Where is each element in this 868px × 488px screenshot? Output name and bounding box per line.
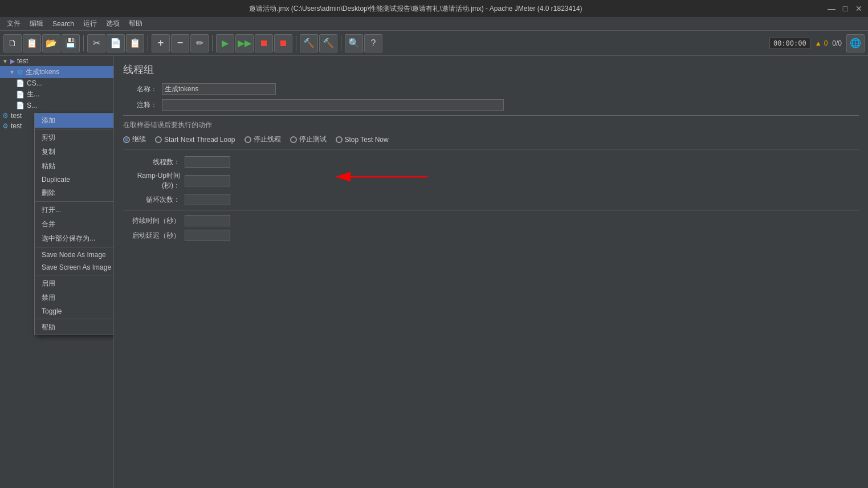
thread-properties: 线程数： Ramp-Up时间(秒)： 循环次数： <box>123 156 859 205</box>
context-menu-label: Save Screen As Image <box>42 263 111 271</box>
context-menu-item-savescreen[interactable]: Save Screen As ImageCtrl+Shift-G <box>35 261 114 274</box>
tree-label-cs: CS... <box>27 79 42 87</box>
context-menu-label: 添加 <box>42 116 55 125</box>
divider-1 <box>123 115 859 116</box>
context-menu-label: Toggle <box>42 307 62 315</box>
context-menu-separator <box>35 129 114 129</box>
context-menu-label: 粘贴 <box>42 161 55 171</box>
context-menu-item-enable[interactable]: 启用 <box>35 276 114 291</box>
context-menu-label: 剪切 <box>42 133 55 143</box>
new-button[interactable]: 🗋 <box>3 34 22 52</box>
context-menu-label: 删除 <box>42 188 55 198</box>
radio-option[interactable]: Stop Test Now <box>336 136 389 144</box>
save-button[interactable]: 💾 <box>62 34 80 52</box>
startup-delay-input[interactable] <box>185 230 230 241</box>
minimize-button[interactable]: — <box>827 4 836 13</box>
tree-item-cs[interactable]: 📄 CS... <box>0 78 113 88</box>
radio-label: Stop Test Now <box>345 136 389 144</box>
ramp-up-label: Ramp-Up时间(秒)： <box>123 171 180 190</box>
remove-button[interactable]: − <box>171 34 189 52</box>
open-button[interactable]: 📂 <box>42 34 60 52</box>
error-counter: 0/0 <box>832 39 842 47</box>
context-menu-item-duplicate[interactable]: DuplicateCtrl+Shift-C <box>35 173 114 186</box>
menu-item-选项[interactable]: 选项 <box>101 18 124 30</box>
duration-input[interactable] <box>185 215 230 226</box>
cut-button[interactable]: ✂ <box>87 34 105 52</box>
toolbar-separator-1 <box>83 35 84 51</box>
panel-title: 线程组 <box>123 63 859 76</box>
radio-option[interactable]: 继续 <box>123 135 146 144</box>
radio-group-error: 继续Start Next Thread Loop停止线程停止测试Stop Tes… <box>123 135 859 144</box>
paste-button[interactable]: 📋 <box>126 34 144 52</box>
menu-item-文件[interactable]: 文件 <box>2 18 25 30</box>
tree-item-generate-tokens[interactable]: ▼ ⚙ 生成tokens <box>0 66 113 78</box>
globe-button[interactable]: 🌐 <box>846 34 865 52</box>
comment-label: 注释： <box>123 100 157 110</box>
add-button[interactable]: + <box>152 34 170 52</box>
search-button[interactable]: 🔍 <box>345 34 363 52</box>
context-menu-item-savenode[interactable]: Save Node As ImageCtrl-G <box>35 249 114 261</box>
tree-arrow-2: ▼ <box>9 69 15 75</box>
tree-icon-generate: ⚙ <box>17 68 23 76</box>
context-menu-item-cut[interactable]: 剪切Ctrl-X <box>35 131 114 145</box>
tree-arrow: ▼ <box>2 58 8 64</box>
radio-label: Start Next Thread Loop <box>164 136 235 144</box>
start-no-pause-button[interactable]: ▶▶ <box>235 34 254 52</box>
context-menu-item-saveas[interactable]: 选中部分保存为... <box>35 231 114 246</box>
title-bar-title: 邀请活动.jmx (C:\Users\admin\Desktop\性能测试报告\… <box>5 4 827 14</box>
loop-count-input[interactable] <box>185 194 230 205</box>
context-menu-label: Save Node As Image <box>42 251 106 259</box>
context-menu-separator <box>35 247 114 247</box>
ramp-up-row: Ramp-Up时间(秒)： <box>123 171 859 190</box>
loop-count-label: 循环次数： <box>123 195 180 205</box>
context-menu-label: 复制 <box>42 147 55 157</box>
tree-item-sheng[interactable]: 📄 生... <box>0 88 113 100</box>
context-menu-item-merge[interactable]: 合并 <box>35 217 114 231</box>
tree-icon-test3: ⚙ <box>2 122 9 130</box>
tree-icon-s: 📄 <box>16 101 25 109</box>
templates-button[interactable]: 📋 <box>23 34 41 52</box>
context-menu-label: 禁用 <box>42 293 55 303</box>
divider-2 <box>123 149 859 149</box>
radio-dot <box>155 136 162 143</box>
menu-item-运行[interactable]: 运行 <box>79 18 101 30</box>
close-button[interactable]: ✕ <box>854 4 863 13</box>
context-menu-item-help[interactable]: 帮助 <box>35 320 114 335</box>
copy-button[interactable]: 📄 <box>107 34 125 52</box>
radio-dot <box>244 136 251 143</box>
menu-item-编辑[interactable]: 编辑 <box>25 18 48 30</box>
ramp-up-input[interactable] <box>185 175 230 186</box>
tree-item-s[interactable]: 📄 S... <box>0 100 113 111</box>
edit-button[interactable]: ✏ <box>190 34 209 52</box>
context-menu-item-add[interactable]: 添加▶ <box>35 113 114 128</box>
context-menu-item-copy[interactable]: 复制Ctrl-C <box>35 145 114 159</box>
context-menu-item-paste[interactable]: 粘贴Ctrl-V <box>35 159 114 173</box>
start-button[interactable]: ▶ <box>216 34 234 52</box>
comment-input[interactable] <box>162 99 504 111</box>
startup-delay-label: 启动延迟（秒） <box>123 231 180 241</box>
clear-all-button[interactable]: 🔨 <box>319 34 337 52</box>
context-menu-item-toggle[interactable]: ToggleCtrl-T <box>35 305 114 318</box>
help-button[interactable]: ? <box>364 34 382 52</box>
shutdown-button[interactable]: ⏹ <box>274 34 292 52</box>
num-threads-input[interactable] <box>185 156 230 168</box>
context-menu-item-open[interactable]: 打开... <box>35 203 114 217</box>
name-input[interactable] <box>162 83 276 95</box>
maximize-button[interactable]: □ <box>841 4 850 13</box>
stop-button[interactable]: ⏹ <box>255 34 273 52</box>
menu-item-Search[interactable]: Search <box>48 19 79 29</box>
toolbar-separator-5 <box>341 35 341 51</box>
radio-option[interactable]: Start Next Thread Loop <box>155 136 235 144</box>
duration-row: 持续时间（秒） <box>123 215 859 226</box>
menu-item-帮助[interactable]: 帮助 <box>124 18 147 30</box>
tree-icon-cs: 📄 <box>16 79 25 87</box>
context-menu-item-disable[interactable]: 禁用 <box>35 291 114 305</box>
clear-button[interactable]: 🔨 <box>300 34 318 52</box>
tree-item-test[interactable]: ▼ ▶ test <box>0 56 113 66</box>
radio-option[interactable]: 停止测试 <box>290 135 327 144</box>
tree-icon-test: ▶ <box>10 58 15 65</box>
comment-row: 注释： <box>123 99 859 111</box>
name-label: 名称： <box>123 84 157 94</box>
radio-option[interactable]: 停止线程 <box>244 135 281 144</box>
context-menu-item-delete[interactable]: 删除Delete <box>35 186 114 200</box>
